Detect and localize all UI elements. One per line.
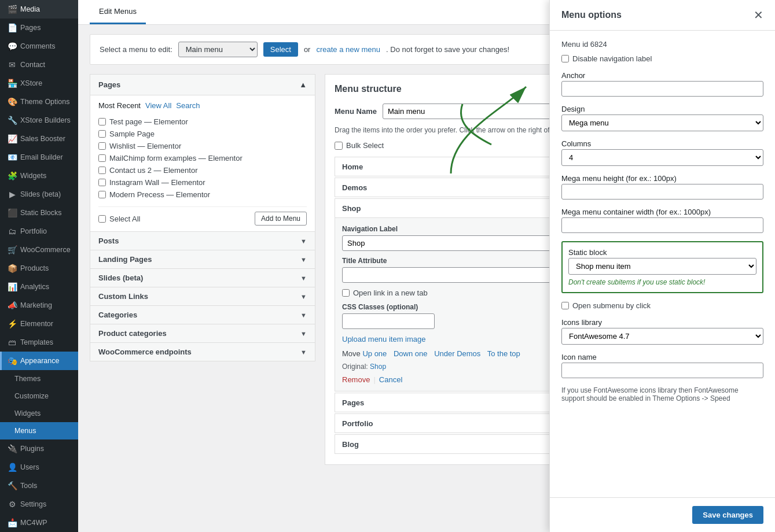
panel-footer: Save changes	[550, 497, 775, 532]
plugins-icon: 🔌	[8, 444, 17, 453]
sidebar-item-sales-booster[interactable]: 📈 Sales Booster	[0, 130, 78, 148]
design-select[interactable]: Mega menu Standard Flyout	[561, 114, 763, 131]
mega-width-input[interactable]	[561, 217, 763, 233]
slides-header[interactable]: Slides (beta) ▼	[90, 269, 315, 287]
slides-icon: ▶	[8, 190, 17, 199]
sidebar-item-templates[interactable]: 🗃 Templates	[0, 333, 78, 352]
sidebar-item-menus[interactable]: Menus	[0, 422, 78, 439]
sidebar-item-comments[interactable]: 💬 Comments	[0, 37, 78, 56]
landing-pages-section: Landing Pages ▼	[90, 250, 315, 269]
custom-links-header[interactable]: Custom Links ▼	[90, 287, 315, 305]
xstore-builders-icon: 🔧	[8, 116, 17, 125]
sidebar-item-widgets2[interactable]: Widgets	[0, 405, 78, 422]
upload-image-link[interactable]: Upload menu item image	[342, 335, 426, 343]
product-categories-header[interactable]: Product categories ▼	[90, 324, 315, 342]
anchor-input[interactable]	[561, 81, 763, 97]
settings-icon: ⚙	[8, 500, 17, 509]
posts-chevron: ▼	[300, 238, 307, 245]
add-to-menu-button[interactable]: Add to Menu	[255, 212, 307, 226]
sidebar-item-media[interactable]: 🎬 Media	[0, 0, 78, 19]
static-block-select[interactable]: — Select — Shop menu item Footer block H…	[568, 258, 756, 275]
sidebar-item-appearance[interactable]: 🎭 Appearance	[0, 352, 78, 370]
templates-icon: 🗃	[8, 338, 17, 347]
menu-select[interactable]: Main menu Secondary menu	[178, 42, 258, 57]
sidebar-item-email-builder[interactable]: 📧 Email Builder	[0, 148, 78, 167]
sidebar-item-themes[interactable]: Themes	[0, 370, 78, 387]
save-hint: . Do not forget to save your changes!	[386, 45, 509, 54]
sidebar-item-settings[interactable]: ⚙ Settings	[0, 495, 78, 513]
marketing-icon: 📣	[8, 301, 17, 310]
icons-library-select[interactable]: FontAwesome 4.7 FontAwesome 5 None	[561, 328, 763, 345]
page-item-0[interactable]: Test page — Elementor	[98, 116, 307, 128]
sidebar-item-elementor[interactable]: ⚡ Elementor	[0, 315, 78, 333]
select-all-checkbox[interactable]	[98, 215, 106, 223]
pages-section-header[interactable]: Pages ▲	[90, 75, 315, 95]
sidebar-item-products[interactable]: 📦 Products	[0, 259, 78, 278]
sidebar-item-xstore-builders[interactable]: 🔧 XStore Builders	[0, 111, 78, 130]
disable-nav-label-checkbox[interactable]	[561, 55, 569, 62]
select-menu-button[interactable]: Select	[263, 42, 298, 57]
sidebar-item-mc4wp[interactable]: 📩 MC4WP	[0, 513, 78, 532]
page-item-1[interactable]: Sample Page	[98, 128, 307, 140]
sidebar-item-customize[interactable]: Customize	[0, 387, 78, 405]
icon-name-input[interactable]	[561, 363, 763, 378]
move-down-one[interactable]: Down one	[394, 349, 428, 358]
columns-select[interactable]: 1 2 3 4 5 6	[561, 149, 763, 166]
mega-height-label: Mega menu height (for ex.: 100px)	[561, 174, 763, 183]
cancel-link[interactable]: Cancel	[379, 375, 402, 384]
move-up-one[interactable]: Up one	[362, 349, 387, 358]
filter-view-all[interactable]: View All	[145, 101, 171, 110]
mega-height-row: Mega menu height (for ex.: 100px)	[561, 174, 763, 200]
menu-name-label: Menu Name	[335, 107, 377, 116]
sidebar-item-theme-options[interactable]: 🎨 Theme Options	[0, 93, 78, 111]
remove-link[interactable]: Remove	[342, 375, 370, 384]
sidebar-item-contact[interactable]: ✉ Contact	[0, 56, 78, 74]
tab-edit-menus[interactable]: Edit Menus	[90, 0, 146, 24]
close-panel-button[interactable]: ✕	[754, 9, 763, 21]
bulk-select-checkbox[interactable]	[335, 142, 343, 150]
custom-links-chevron: ▼	[300, 293, 307, 300]
sidebar-item-xstore[interactable]: 🏪 XStore	[0, 74, 78, 93]
disable-nav-label-row: Disable navigation label	[561, 54, 763, 63]
original-link[interactable]: Shop	[370, 363, 386, 371]
page-item-4[interactable]: Contact us 2 — Elementor	[98, 164, 307, 176]
sidebar-item-woocommerce[interactable]: 🛒 WooCommerce	[0, 241, 78, 259]
product-categories-chevron: ▼	[300, 330, 307, 337]
landing-pages-header[interactable]: Landing Pages ▼	[90, 250, 315, 268]
categories-header[interactable]: Categories ▼	[90, 306, 315, 324]
comments-icon: 💬	[8, 42, 17, 51]
css-classes-input[interactable]	[342, 313, 435, 329]
posts-header[interactable]: Posts ▼	[90, 232, 315, 250]
page-item-6[interactable]: Modern Precess — Elementor	[98, 189, 307, 201]
select-all-checkbox-row[interactable]: Select All	[98, 213, 140, 225]
sidebar-item-analytics[interactable]: 📊 Analytics	[0, 278, 78, 296]
sidebar-item-marketing[interactable]: 📣 Marketing	[0, 296, 78, 315]
sidebar-item-static-blocks[interactable]: ⬛ Static Blocks	[0, 204, 78, 222]
move-under-demos[interactable]: Under Demos	[434, 349, 480, 358]
sidebar-item-slides[interactable]: ▶ Slides (beta)	[0, 185, 78, 204]
mega-height-input[interactable]	[561, 184, 763, 200]
page-item-2[interactable]: Wishlist — Elementor	[98, 140, 307, 152]
sidebar-item-plugins[interactable]: 🔌 Plugins	[0, 439, 78, 458]
menu-item-portfolio-title: Portfolio	[342, 419, 373, 428]
sidebar-item-widgets[interactable]: 🧩 Widgets	[0, 167, 78, 185]
new-tab-checkbox[interactable]	[342, 289, 350, 297]
sidebar-item-portfolio[interactable]: 🗂 Portfolio	[0, 222, 78, 241]
categories-section: Categories ▼	[90, 305, 315, 324]
save-changes-button[interactable]: Save changes	[692, 506, 763, 524]
left-panel: Pages ▲ Most Recent View All Search Test…	[90, 74, 315, 465]
menu-id: Menu id 6824	[561, 40, 763, 49]
page-item-5[interactable]: Instagram Wall — Elementor	[98, 176, 307, 189]
create-new-menu-link[interactable]: create a new menu	[316, 45, 380, 54]
sidebar-item-users[interactable]: 👤 Users	[0, 458, 78, 476]
woocommerce-endpoints-header[interactable]: WooCommerce endpoints ▼	[90, 343, 315, 361]
open-submenu-checkbox[interactable]	[561, 302, 569, 309]
filter-search[interactable]: Search	[176, 101, 200, 110]
or-text: or	[304, 45, 311, 54]
move-to-top[interactable]: To the top	[487, 349, 520, 358]
filter-most-recent[interactable]: Most Recent	[98, 101, 141, 110]
sidebar-item-tools[interactable]: 🔨 Tools	[0, 476, 78, 495]
sidebar-item-pages[interactable]: 📄 Pages	[0, 19, 78, 37]
portfolio-icon: 🗂	[8, 227, 17, 236]
page-item-3[interactable]: MailChimp form examples — Elementor	[98, 152, 307, 164]
